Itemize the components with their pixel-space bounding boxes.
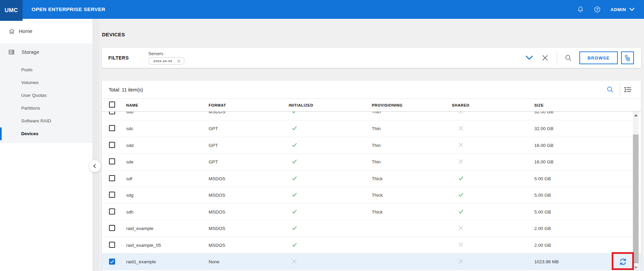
filters-clear-icon[interactable]: [541, 54, 549, 62]
column-header-shared[interactable]: SHARED: [452, 103, 534, 107]
total-count: Total: 11 item(s): [109, 87, 143, 92]
cell-format: MSDOS: [209, 176, 289, 181]
row-checkbox[interactable]: [109, 259, 115, 265]
tree-icon: [624, 54, 631, 62]
table-scrollbar[interactable]: [633, 112, 639, 271]
chip-close-icon[interactable]: [177, 59, 181, 63]
table-row[interactable]: sdf MSDOS Thick 5.00 GB: [102, 170, 641, 187]
x-icon: [458, 112, 464, 115]
column-header-size[interactable]: SIZE: [534, 103, 641, 107]
sidebar-collapse-button[interactable]: [89, 160, 101, 172]
main-content: DEVICES FILTERS Servers xxxx-xx-xx: [99, 19, 644, 271]
column-header-initialized[interactable]: INITIALIZED: [289, 103, 372, 107]
row-checkbox[interactable]: [109, 125, 115, 131]
cell-initialized: [289, 158, 372, 166]
cell-format: GPT: [209, 126, 289, 131]
filters-expand-chevron-icon[interactable]: [525, 55, 533, 61]
servers-filter: Servers xxxx-xx-xx: [148, 51, 184, 65]
check-icon: [458, 175, 464, 182]
cell-size: 5.00 GB: [534, 176, 641, 181]
sidebar-item-software-raid[interactable]: Software RAID: [0, 115, 93, 127]
page-title: DEVICES: [102, 32, 125, 37]
cell-name: raid_example_05: [126, 243, 209, 248]
filters-search-icon[interactable]: [565, 54, 572, 62]
cell-name: sdb: [126, 112, 209, 114]
cell-name: sde: [126, 159, 209, 164]
table-row[interactable]: raid_example_05 MSDOS 2.00 GB: [102, 237, 641, 254]
column-header-provisioning[interactable]: PROVISIONING: [372, 103, 452, 107]
table-search-icon[interactable]: [606, 86, 614, 93]
cell-initialized: [289, 225, 372, 232]
table-toolbar: Total: 11 item(s): [102, 81, 641, 99]
check-icon: [109, 259, 115, 264]
umc-logo[interactable]: UMC: [0, 0, 23, 21]
check-icon: [291, 225, 298, 231]
cell-initialized: [289, 258, 372, 266]
row-checkbox[interactable]: [109, 242, 115, 248]
scrollbar-up-button[interactable]: [633, 112, 639, 119]
cell-shared: [452, 241, 534, 249]
user-menu[interactable]: ADMIN: [610, 7, 635, 12]
sidebar-item-volumes[interactable]: Volumes: [0, 76, 93, 89]
device-tree-button[interactable]: [621, 51, 634, 64]
column-settings-icon[interactable]: [623, 86, 632, 93]
filters-panel: FILTERS Servers xxxx-xx-xx: [102, 48, 641, 68]
table-row[interactable]: raid_example MSDOS 2.00 GB: [102, 220, 641, 237]
sidebar-item-devices[interactable]: Devices: [0, 127, 93, 140]
scrollbar-thumb[interactable]: [633, 134, 639, 263]
top-bar: OPEN ENTERPRISE SERVER ? ADMIN: [0, 0, 644, 19]
filters-divider: [557, 52, 557, 64]
table-row[interactable]: sdh MSDOS Thick 5.00 GB: [102, 204, 641, 221]
chevron-down-icon: [629, 7, 635, 11]
check-icon: [291, 158, 298, 165]
row-checkbox[interactable]: [109, 142, 115, 148]
app-title: OPEN ENTERPRISE SERVER: [32, 0, 105, 19]
table-row[interactable]: sdg MSDOS Thick 5.00 GB: [102, 187, 641, 204]
cell-initialized: [289, 241, 372, 249]
sidebar-item-home[interactable]: Home: [0, 19, 93, 43]
cell-name: sdd: [126, 143, 209, 148]
table-row[interactable]: sdd GPT Thin 16.00 GB: [102, 137, 641, 154]
x-icon: [458, 125, 464, 131]
cell-provisioning: Thick: [372, 193, 452, 198]
server-filter-chip[interactable]: xxxx-xx-xx: [148, 57, 184, 65]
cell-format: MSDOS: [209, 112, 289, 114]
sidebar-item-storage[interactable]: Storage: [0, 43, 93, 61]
cell-name: raid_example: [126, 226, 209, 231]
cell-shared: [452, 225, 534, 232]
row-checkbox[interactable]: [109, 192, 115, 198]
sidebar-item-pools[interactable]: Pools: [0, 64, 93, 76]
scrollbar-down-button[interactable]: [633, 264, 639, 271]
refresh-device-button[interactable]: [618, 258, 627, 266]
row-checkbox[interactable]: [109, 175, 115, 181]
column-header-name[interactable]: NAME: [126, 103, 209, 107]
cell-name: sdc: [126, 126, 209, 131]
column-header-format[interactable]: FORMAT: [209, 103, 289, 107]
notifications-bell-icon[interactable]: [577, 6, 584, 13]
sidebar-item-partitions[interactable]: Partitions: [0, 102, 93, 115]
table-body: sdb MSDOS Thin 32.00 GB sdc GPT Thin 32.…: [102, 112, 641, 270]
select-all-checkbox[interactable]: [109, 102, 115, 108]
table-row[interactable]: sdb MSDOS Thin 32.00 GB: [102, 112, 641, 120]
row-checkbox[interactable]: [109, 225, 115, 231]
table-row[interactable]: raid1_example None 1023.98 MB: [102, 254, 641, 270]
help-icon[interactable]: ?: [594, 6, 601, 13]
chevron-left-icon: [92, 163, 98, 169]
cell-shared: [452, 112, 534, 116]
table-row[interactable]: sdc GPT Thin 32.00 GB: [102, 120, 641, 137]
sidebar-item-user-quotas[interactable]: User Quotas: [0, 89, 93, 102]
row-checkbox[interactable]: [109, 208, 115, 215]
devices-table-card: Total: 11 item(s) NAM: [102, 81, 641, 271]
cell-shared: [452, 208, 534, 216]
cell-initialized: [289, 191, 372, 199]
sidebar-storage-label: Storage: [22, 49, 39, 55]
row-checkbox[interactable]: [109, 112, 115, 114]
browse-button[interactable]: BROWSE: [579, 51, 618, 64]
cell-size: 32.00 GB: [534, 126, 641, 131]
row-checkbox[interactable]: [109, 158, 115, 164]
check-icon: [291, 125, 298, 131]
x-icon: [458, 158, 464, 165]
toolbar-divider: [620, 83, 620, 96]
cell-size: 5.00 GB: [534, 193, 641, 198]
table-row[interactable]: sde GPT Thin 16.00 GB: [102, 154, 641, 170]
